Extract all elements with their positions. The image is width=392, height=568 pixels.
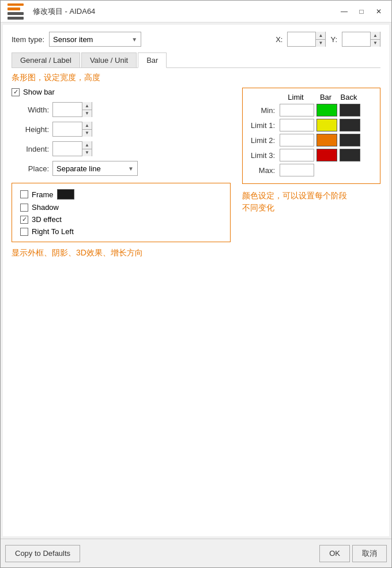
width-input[interactable]: 100 — [53, 103, 82, 116]
maximize-button[interactable]: □ — [353, 5, 370, 18]
show-bar-row: Show bar — [12, 88, 231, 96]
tab-general[interactable]: General / Label — [12, 52, 80, 67]
y-up-arrow[interactable]: ▲ — [371, 32, 380, 39]
indent-up-arrow[interactable]: ▲ — [82, 141, 92, 149]
tab-value[interactable]: Value / Unit — [81, 52, 137, 67]
frame-label: Frame — [32, 190, 54, 199]
limit1-input[interactable] — [280, 119, 314, 131]
x-spinbox[interactable]: 0 ▲ ▼ — [287, 32, 326, 47]
place-dropdown-icon: ▼ — [128, 165, 134, 172]
color-row-max: Max: — [247, 164, 375, 176]
tab-bar[interactable]: Bar — [138, 52, 167, 68]
cancel-button[interactable]: 取消 — [352, 545, 387, 562]
indent-arrows: ▲ ▼ — [82, 141, 92, 156]
color-row-min: Min: — [247, 104, 375, 116]
limit3-bar-swatch[interactable] — [316, 149, 337, 161]
limit3-back-swatch[interactable] — [340, 149, 360, 161]
height-down-arrow[interactable]: ▼ — [82, 129, 92, 137]
min-bar-swatch[interactable] — [316, 104, 337, 116]
item-type-value: Sensor item — [53, 35, 93, 44]
min-label: Min: — [247, 106, 277, 115]
limit2-back-swatch[interactable] — [340, 134, 360, 146]
indent-row: Indent: 0 ▲ ▼ — [12, 141, 231, 156]
show-bar-label: Show bar — [23, 88, 55, 96]
bar-tab-content: Show bar Width: 100 ▲ ▼ Height: — [12, 88, 380, 258]
item-type-row: Item type: Sensor item ▼ X: 0 ▲ ▼ Y: 0 ▲… — [12, 32, 380, 47]
x-spinbox-arrows: ▲ ▼ — [315, 32, 325, 47]
main-window: 修改项目 - AIDA64 — □ ✕ Item type: Sensor it… — [0, 0, 392, 568]
height-label: Height: — [12, 125, 49, 134]
height-arrows: ▲ ▼ — [82, 122, 92, 137]
dropdown-arrow-icon: ▼ — [131, 36, 137, 43]
min-back-swatch[interactable] — [340, 104, 360, 116]
limit2-input[interactable] — [280, 134, 314, 146]
effect-3d-checkbox[interactable] — [20, 216, 28, 224]
options-box: Frame Shadow 3D effect — [12, 183, 231, 242]
annotation-right-line1: 颜色设定，可以设置每个阶段 — [242, 190, 380, 202]
limit1-back-swatch[interactable] — [340, 119, 360, 131]
annotation-right: 颜色设定，可以设置每个阶段 不同变化 — [242, 190, 380, 214]
width-spinbox[interactable]: 100 ▲ ▼ — [52, 102, 92, 117]
col-header-bar: Bar — [314, 93, 337, 101]
limit1-label: Limit 1: — [247, 121, 277, 130]
shadow-checkbox[interactable] — [20, 204, 28, 212]
height-input[interactable]: 15 — [53, 122, 82, 136]
limit3-input[interactable] — [280, 149, 314, 161]
frame-checkbox[interactable] — [20, 190, 28, 198]
item-type-select[interactable]: Sensor item ▼ — [49, 32, 141, 47]
minimize-button[interactable]: — — [336, 5, 352, 18]
height-up-arrow[interactable]: ▲ — [82, 122, 92, 129]
close-button[interactable]: ✕ — [371, 5, 387, 18]
x-up-arrow[interactable]: ▲ — [316, 32, 325, 39]
width-down-arrow[interactable]: ▼ — [82, 110, 92, 118]
limit2-bar-swatch[interactable] — [316, 134, 337, 146]
effect-3d-row: 3D effect — [20, 215, 222, 224]
logo-line-1 — [7, 3, 24, 6]
height-spinbox[interactable]: 15 ▲ ▼ — [52, 122, 92, 137]
indent-input[interactable]: 0 — [53, 142, 82, 156]
limit3-label: Limit 3: — [247, 151, 277, 160]
ok-button[interactable]: OK — [319, 545, 350, 562]
x-input[interactable]: 0 — [288, 32, 315, 46]
min-limit-input[interactable] — [280, 104, 314, 116]
indent-down-arrow[interactable]: ▼ — [82, 149, 92, 157]
color-table-header: Limit Bar Back — [247, 93, 375, 101]
width-up-arrow[interactable]: ▲ — [82, 102, 92, 110]
max-label: Max: — [247, 166, 277, 175]
col-header-back: Back — [337, 93, 360, 101]
rtl-row: Right To Left — [20, 227, 222, 236]
copy-defaults-button[interactable]: Copy to Defaults — [5, 545, 80, 562]
place-select[interactable]: Separate line ▼ — [52, 161, 138, 176]
x-down-arrow[interactable]: ▼ — [316, 39, 325, 47]
title-bar: 修改项目 - AIDA64 — □ ✕ — [1, 1, 391, 22]
place-row: Place: Separate line ▼ — [12, 161, 231, 176]
max-limit-input[interactable] — [280, 164, 314, 176]
indent-label: Indent: — [12, 145, 49, 153]
logo-line-4 — [7, 17, 24, 20]
frame-color-swatch[interactable] — [57, 189, 74, 200]
limit1-bar-swatch[interactable] — [316, 119, 337, 131]
rtl-label: Right To Left — [32, 227, 74, 236]
app-icon-area — [5, 1, 26, 22]
y-spinbox[interactable]: 0 ▲ ▼ — [342, 32, 380, 47]
logo-line-2 — [7, 7, 20, 10]
annotation-top: 条形图，设定宽度，高度 — [12, 73, 380, 83]
color-row-limit2: Limit 2: — [247, 134, 375, 146]
indent-spinbox[interactable]: 0 ▲ ▼ — [52, 141, 92, 156]
tabs-row: General / Label Value / Unit Bar — [12, 52, 380, 68]
main-content: Item type: Sensor item ▼ X: 0 ▲ ▼ Y: 0 ▲… — [3, 25, 389, 536]
item-type-label: Item type: — [12, 35, 44, 44]
y-input[interactable]: 0 — [342, 32, 370, 46]
color-table: Limit Bar Back Min: Limit 1: — [242, 88, 380, 184]
rtl-checkbox[interactable] — [20, 228, 28, 236]
width-arrows: ▲ ▼ — [82, 102, 92, 117]
y-spinbox-arrows: ▲ ▼ — [370, 32, 380, 47]
window-title: 修改项目 - AIDA64 — [33, 6, 336, 17]
x-label: X: — [276, 35, 282, 44]
height-row: Height: 15 ▲ ▼ — [12, 122, 231, 137]
y-down-arrow[interactable]: ▼ — [371, 39, 380, 47]
effect-3d-label: 3D effect — [32, 215, 62, 224]
left-panel: Show bar Width: 100 ▲ ▼ Height: — [12, 88, 231, 258]
show-bar-checkbox[interactable] — [12, 88, 20, 96]
right-panel: Limit Bar Back Min: Limit 1: — [242, 88, 380, 258]
